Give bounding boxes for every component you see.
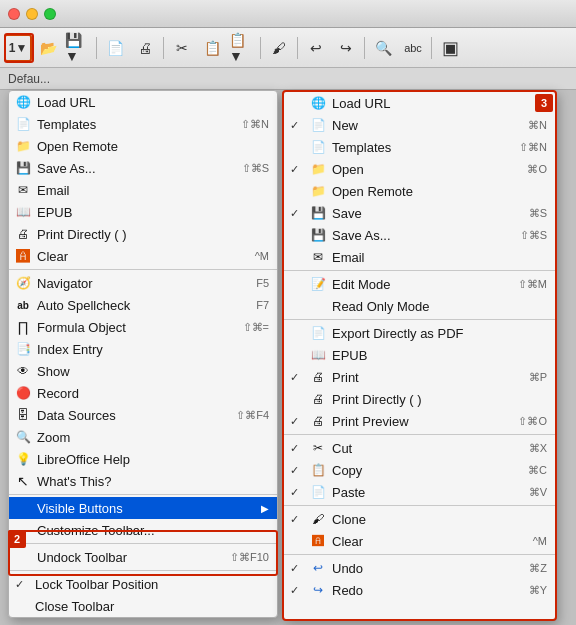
menu-item-r-print-preview[interactable]: ✓ 🖨 Print Preview ⇧⌘O (284, 410, 555, 432)
menu-item-r-undo[interactable]: ✓ ↩ Undo ⌘Z (284, 557, 555, 579)
menu-item-r-templates[interactable]: 📄 Templates ⇧⌘N (284, 136, 555, 158)
menu-item-navigator[interactable]: 🧭 Navigator F5 (9, 272, 277, 294)
divider (9, 494, 277, 495)
shortcut: F5 (256, 277, 269, 289)
clear-icon: 🅰 (15, 248, 31, 264)
clear-icon: 🅰 (310, 533, 326, 549)
traffic-lights (8, 8, 56, 20)
toolbar-btn-print-doc[interactable]: 📄 (101, 34, 129, 62)
menu-item-r-edit-mode[interactable]: 📝 Edit Mode ⇧⌘M (284, 273, 555, 295)
menu-item-r-save-as[interactable]: 💾 Save As... ⇧⌘S (284, 224, 555, 246)
toolbar-btn-find[interactable]: 🔍 (369, 34, 397, 62)
toolbar-btn-folder[interactable]: 📂 (34, 34, 62, 62)
save-icon: 💾 (310, 205, 326, 221)
menu-label: Show (37, 364, 269, 379)
shortcut: ⌘P (529, 371, 547, 384)
menu-item-show[interactable]: 👁 Show (9, 360, 277, 382)
menu-label: Copy (332, 463, 522, 478)
menu-label: Redo (332, 583, 523, 598)
globe-icon: 🌐 (310, 95, 326, 111)
menu-item-record[interactable]: 🔴 Record (9, 382, 277, 404)
menu-label: Save (332, 206, 523, 221)
menu-item-r-save[interactable]: ✓ 💾 Save ⌘S (284, 202, 555, 224)
menu-item-print-directly[interactable]: 🖨 Print Directly ( ) (9, 223, 277, 245)
toolbar-btn-paste[interactable]: 📋▼ (228, 34, 256, 62)
menu-item-r-export-pdf[interactable]: 📄 Export Directly as PDF (284, 322, 555, 344)
toolbar-btn-save[interactable]: 💾▼ (64, 34, 92, 62)
menu-item-load-url[interactable]: 🌐 Load URL (9, 91, 277, 113)
menu-item-templates[interactable]: 📄 Templates ⇧⌘N (9, 113, 277, 135)
menu-item-r-open-remote[interactable]: 📁 Open Remote (284, 180, 555, 202)
check-icon: ✓ (290, 163, 304, 176)
menu-item-visible-buttons[interactable]: Visible Buttons ▶ (9, 497, 277, 519)
shortcut: ⇧⌘F10 (230, 551, 269, 564)
menu-item-zoom[interactable]: 🔍 Zoom (9, 426, 277, 448)
print-icon: 🖨 (310, 369, 326, 385)
check-icon: ✓ (290, 207, 304, 220)
menu-item-r-redo[interactable]: ✓ ↪ Redo ⌘Y (284, 579, 555, 601)
menu-label: Navigator (37, 276, 250, 291)
menu-item-data-sources[interactable]: 🗄 Data Sources ⇧⌘F4 (9, 404, 277, 426)
toolbar-btn-sidebar[interactable]: ▣ (436, 34, 464, 62)
menu-item-r-clone[interactable]: ✓ 🖌 Clone (284, 508, 555, 530)
check-icon: ✓ (15, 578, 29, 591)
menu-item-open-remote[interactable]: 📁 Open Remote (9, 135, 277, 157)
toolbar-btn-copy[interactable]: 📋 (198, 34, 226, 62)
toolbar-btn-print[interactable]: 🖨 (131, 34, 159, 62)
menu-item-clear[interactable]: 🅰 Clear ^M (9, 245, 277, 267)
menu-label: Undock Toolbar (37, 550, 224, 565)
menu-left: 🌐 Load URL 📄 Templates ⇧⌘N 📁 Open Remote… (8, 90, 278, 618)
menu-item-r-clear[interactable]: 🅰 Clear ^M (284, 530, 555, 552)
toolbar-btn-1[interactable]: 1▼ (4, 34, 32, 62)
menu-item-r-print-directly[interactable]: 🖨 Print Directly ( ) (284, 388, 555, 410)
shortcut: ⌘X (529, 442, 547, 455)
shortcut: ⇧⌘= (243, 321, 269, 334)
menu-item-formula[interactable]: ∏ Formula Object ⇧⌘= (9, 316, 277, 338)
menu-item-r-open[interactable]: ✓ 📁 Open ⌘O (284, 158, 555, 180)
toolbar-btn-brush[interactable]: 🖌 (265, 34, 293, 62)
menu-item-index[interactable]: 📑 Index Entry (9, 338, 277, 360)
menu-right: 3 🌐 Load URL ✓ 📄 New ⌘N 📄 Templates ⇧⌘N … (282, 90, 557, 621)
menu-label: Visible Buttons (37, 501, 251, 516)
menu-item-r-cut[interactable]: ✓ ✂ Cut ⌘X (284, 437, 555, 459)
shortcut: ⌘O (527, 163, 547, 176)
divider (9, 269, 277, 270)
menu-item-r-copy[interactable]: ✓ 📋 Copy ⌘C (284, 459, 555, 481)
maximize-button[interactable] (44, 8, 56, 20)
toolbar-btn-undo[interactable]: ↩ (302, 34, 330, 62)
menu-item-r-epub[interactable]: 📖 EPUB (284, 344, 555, 366)
database-icon: 🗄 (15, 407, 31, 423)
menu-item-undock[interactable]: Undock Toolbar ⇧⌘F10 (9, 546, 277, 568)
menu-item-email[interactable]: ✉ Email (9, 179, 277, 201)
menu-item-epub[interactable]: 📖 EPUB (9, 201, 277, 223)
divider (284, 505, 555, 506)
menu-item-r-load-url[interactable]: 🌐 Load URL (284, 92, 555, 114)
toolbar-btn-abc[interactable]: abc (399, 34, 427, 62)
toolbar-btn-redo[interactable]: ↪ (332, 34, 360, 62)
menu-item-lock[interactable]: ✓ Lock Toolbar Position (9, 573, 277, 595)
menu-item-r-paste[interactable]: ✓ 📄 Paste ⌘V (284, 481, 555, 503)
menu-item-spellcheck[interactable]: ab Auto Spellcheck F7 (9, 294, 277, 316)
menu-item-lo-help[interactable]: 💡 LibreOffice Help (9, 448, 277, 470)
doc-tab[interactable]: Defau... (0, 68, 576, 90)
menu-item-r-read-only[interactable]: Read Only Mode (284, 295, 555, 317)
menu-item-r-print[interactable]: ✓ 🖨 Print ⌘P (284, 366, 555, 388)
doc-icon: 📄 (310, 139, 326, 155)
menu-label: Close Toolbar (35, 599, 269, 614)
menu-item-r-email[interactable]: ✉ Email (284, 246, 555, 268)
toolbar-btn-cut[interactable]: ✂ (168, 34, 196, 62)
menu-item-r-new[interactable]: ✓ 📄 New ⌘N (284, 114, 555, 136)
save-icon: 💾 (15, 160, 31, 176)
menu-label: Zoom (37, 430, 269, 445)
close-button[interactable] (8, 8, 20, 20)
menu-item-save-as[interactable]: 💾 Save As... ⇧⌘S (9, 157, 277, 179)
menu-item-close-toolbar[interactable]: Close Toolbar (9, 595, 277, 617)
undo-icon: ↩ (310, 560, 326, 576)
minimize-button[interactable] (26, 8, 38, 20)
email-icon: ✉ (310, 249, 326, 265)
menu-label: Edit Mode (332, 277, 512, 292)
menu-item-customize[interactable]: Customize Toolbar... (9, 519, 277, 541)
check-icon: ✓ (290, 464, 304, 477)
menu-item-whats-this[interactable]: ↖ What's This? (9, 470, 277, 492)
menu-label: Record (37, 386, 269, 401)
